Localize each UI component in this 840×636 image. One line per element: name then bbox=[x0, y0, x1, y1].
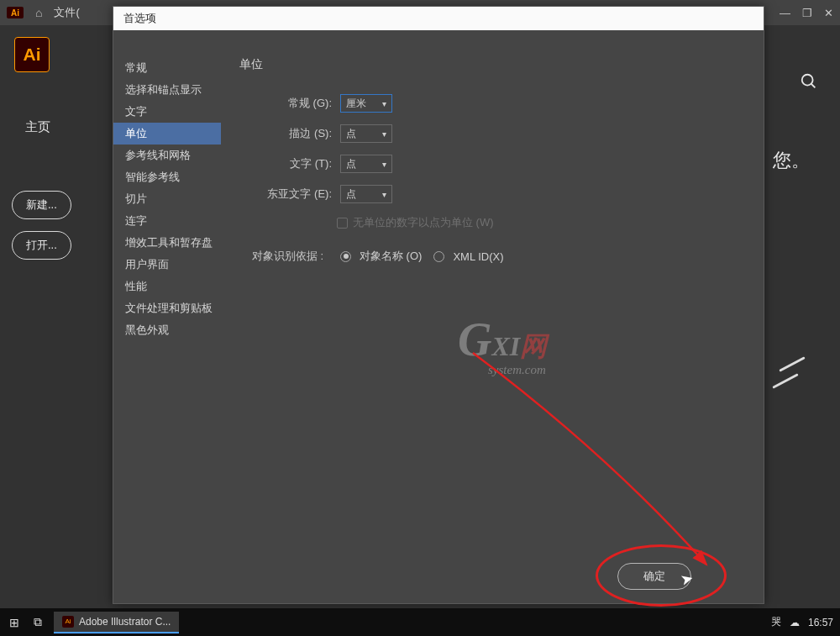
checkbox-icon bbox=[337, 218, 348, 229]
select-type-value: 点 bbox=[346, 157, 356, 171]
sidebar-item[interactable]: 用户界面 bbox=[113, 254, 221, 276]
svg-line-1 bbox=[811, 84, 816, 88]
welcome-text-fragment: 您。 bbox=[773, 148, 810, 173]
watermark-xi: XI bbox=[491, 331, 520, 361]
label-stroke: 描边 (S): bbox=[239, 126, 340, 141]
sidebar-item[interactable]: 文件处理和剪贴板 bbox=[113, 297, 221, 319]
select-east[interactable]: 点 ▾ bbox=[340, 185, 392, 203]
label-identify: 对象识别依据 : bbox=[239, 249, 332, 264]
decoration-line bbox=[772, 373, 798, 389]
watermark-g: G bbox=[458, 313, 491, 365]
ai-logo-icon: Ai bbox=[14, 37, 50, 72]
checkbox-pointless-disabled: 无单位的数字以点为单位 (W) bbox=[337, 215, 747, 230]
preferences-dialog: 首选项 常规选择和锚点显示文字单位参考线和网格智能参考线切片连字增效工具和暂存盘… bbox=[113, 6, 764, 604]
radio-xml-id[interactable] bbox=[433, 251, 444, 262]
taskbar-app-title: Adobe Illustrator C... bbox=[79, 616, 171, 628]
label-general: 常规 (G): bbox=[239, 96, 340, 111]
confirm-wrap: 确定 bbox=[617, 563, 691, 590]
select-general[interactable]: 厘米 ▾ bbox=[340, 94, 392, 113]
section-title: 单位 bbox=[239, 57, 747, 72]
open-button[interactable]: 打开... bbox=[12, 231, 71, 260]
checkbox-label: 无单位的数字以点为单位 (W) bbox=[353, 215, 494, 230]
sidebar-item[interactable]: 参考线和网格 bbox=[113, 145, 221, 166]
radio-object-name-label: 对象名称 (O) bbox=[360, 249, 422, 264]
chevron-down-icon: ▾ bbox=[382, 190, 386, 199]
dialog-title: 首选项 bbox=[113, 7, 764, 30]
decoration-line bbox=[779, 356, 805, 372]
taskbar-app[interactable]: Ai Adobe Illustrator C... bbox=[54, 612, 179, 633]
home-label[interactable]: 主页 bbox=[25, 119, 87, 135]
dialog-main: 单位 常规 (G): 厘米 ▾ 描边 (S): 点 ▾ 文字 (T): 点 bbox=[221, 30, 764, 603]
sidebar-item[interactable]: 智能参考线 bbox=[113, 166, 221, 188]
chevron-down-icon: ▾ bbox=[382, 99, 386, 108]
chevron-down-icon: ▾ bbox=[382, 160, 386, 169]
menu-file[interactable]: 文件( bbox=[54, 5, 79, 20]
sidebar-item[interactable]: 切片 bbox=[113, 188, 221, 210]
start-icon[interactable]: ⊞ bbox=[7, 616, 22, 629]
new-button[interactable]: 新建... bbox=[12, 191, 71, 219]
taskbar: ⊞ ⧉ Ai Adobe Illustrator C... 哭 ☁ 16:57 bbox=[0, 608, 840, 636]
svg-point-0 bbox=[802, 75, 813, 86]
minimize-icon[interactable]: — bbox=[780, 7, 790, 19]
window-controls: — ❐ ✕ bbox=[780, 7, 833, 19]
sidebar-item[interactable]: 常规 bbox=[113, 57, 221, 79]
watermark-cn: 网 bbox=[520, 331, 547, 361]
sidebar-item[interactable]: 性能 bbox=[113, 276, 221, 297]
row-identify: 对象识别依据 : 对象名称 (O) XML ID(X) bbox=[239, 249, 747, 264]
sidebar-item[interactable]: 黑色外观 bbox=[113, 319, 221, 341]
ok-button[interactable]: 确定 bbox=[617, 563, 691, 590]
sidebar-item[interactable]: 文字 bbox=[113, 101, 221, 123]
row-stroke: 描边 (S): 点 ▾ bbox=[239, 124, 747, 143]
sidebar-item[interactable]: 连字 bbox=[113, 210, 221, 232]
sidebar-item[interactable]: 单位 bbox=[113, 123, 221, 145]
search-icon[interactable] bbox=[800, 72, 818, 95]
app-leftcol: Ai 主页 新建... 打开... bbox=[12, 37, 87, 271]
row-type: 文字 (T): 点 ▾ bbox=[239, 155, 747, 173]
label-east: 东亚文字 (E): bbox=[239, 187, 340, 202]
watermark-sub: system.com bbox=[488, 363, 547, 377]
row-general: 常规 (G): 厘米 ▾ bbox=[239, 94, 747, 113]
tray-cloud-icon[interactable]: ☁ bbox=[790, 617, 800, 628]
dialog-body: 常规选择和锚点显示文字单位参考线和网格智能参考线切片连字增效工具和暂存盘用户界面… bbox=[113, 30, 764, 603]
tray-status: 哭 bbox=[771, 615, 781, 629]
sidebar-item[interactable]: 增效工具和暂存盘 bbox=[113, 232, 221, 254]
dialog-sidebar: 常规选择和锚点显示文字单位参考线和网格智能参考线切片连字增效工具和暂存盘用户界面… bbox=[113, 30, 221, 603]
ai-logo-tiny-icon: Ai bbox=[7, 7, 24, 18]
select-stroke-value: 点 bbox=[346, 127, 356, 141]
watermark: GXI网 system.com bbox=[458, 313, 547, 377]
taskbar-right: 哭 ☁ 16:57 bbox=[771, 615, 833, 629]
close-icon[interactable]: ✕ bbox=[824, 7, 833, 19]
taskview-icon[interactable]: ⧉ bbox=[30, 615, 45, 629]
home-icon[interactable]: ⌂ bbox=[35, 6, 42, 19]
ai-mini-icon: Ai bbox=[62, 616, 74, 628]
select-type[interactable]: 点 ▾ bbox=[340, 155, 392, 173]
sidebar-item[interactable]: 选择和锚点显示 bbox=[113, 79, 221, 101]
radio-object-name[interactable] bbox=[340, 251, 351, 262]
label-type: 文字 (T): bbox=[239, 156, 340, 171]
tray-clock[interactable]: 16:57 bbox=[808, 617, 833, 628]
select-east-value: 点 bbox=[346, 187, 356, 202]
select-stroke[interactable]: 点 ▾ bbox=[340, 124, 392, 143]
maximize-icon[interactable]: ❐ bbox=[802, 7, 812, 19]
radio-xml-id-label: XML ID(X) bbox=[453, 250, 503, 263]
annotation-arrow-icon bbox=[465, 344, 733, 588]
select-general-value: 厘米 bbox=[346, 97, 366, 111]
row-east: 东亚文字 (E): 点 ▾ bbox=[239, 185, 747, 203]
chevron-down-icon: ▾ bbox=[382, 129, 386, 139]
